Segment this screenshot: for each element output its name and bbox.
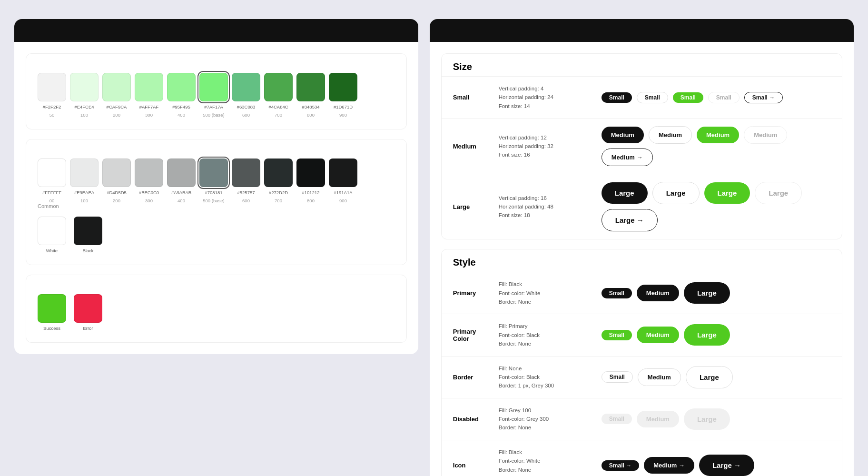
style-btn-0-1[interactable]: Medium: [637, 285, 679, 301]
color-hex: #A9ABAB: [171, 190, 191, 195]
style-row-label: Primary: [453, 289, 491, 297]
color-hex: #101212: [302, 190, 320, 195]
style-btn-3-0[interactable]: Small: [602, 414, 632, 424]
size-btn-1-4[interactable]: Medium →: [602, 149, 653, 166]
color-hex: #708181: [205, 190, 223, 195]
style-btn-3-2[interactable]: Large: [684, 408, 730, 430]
common-swatch-item: White: [38, 217, 66, 253]
style-desc-text: Border: None: [499, 466, 594, 474]
color-swatch: [329, 159, 357, 187]
style-desc-text: Font-color: Black: [499, 373, 594, 381]
common-color-swatch: [74, 217, 102, 245]
size-btn-1-0[interactable]: Medium: [602, 127, 644, 143]
common-swatches: White Black: [38, 217, 395, 253]
color-num: 500 (base): [203, 198, 224, 203]
color-swatch: [232, 159, 260, 187]
neutral-swatch-item: #FFFFFF 00: [38, 159, 66, 203]
style-rows: Primary Fill: BlackFont-color: WhiteBord…: [442, 272, 842, 476]
size-row-desc: Vertical padding: 16Horizontal padding: …: [499, 194, 594, 220]
style-desc-text: Font-color: White: [499, 456, 594, 465]
common-label: White: [46, 248, 58, 253]
neutral-swatch-item: #BEC0C0 300: [135, 159, 163, 203]
size-row-desc: Vertical padding: 4Horizontal padding: 2…: [499, 84, 594, 110]
style-btn-2-2[interactable]: Large: [686, 366, 733, 388]
color-swatch: [70, 159, 99, 187]
size-btn-0-0[interactable]: Small: [602, 92, 632, 103]
brand-swatch-item: #AFF7AF 300: [135, 73, 163, 118]
size-btn-1-3[interactable]: Medium: [744, 126, 787, 144]
color-num: 500 (base): [203, 112, 224, 118]
buttons-header: [430, 19, 854, 42]
brand-swatch-item: #E4FCE4 100: [70, 73, 99, 118]
color-hex: #525757: [237, 190, 255, 195]
style-desc-text: Border: None: [499, 339, 594, 348]
size-btn-2-0[interactable]: Large: [602, 182, 648, 204]
color-swatch: [135, 73, 163, 101]
neutral-swatch-item: #A9ABAB 400: [167, 159, 196, 203]
size-btn-0-4[interactable]: Small →: [744, 92, 783, 103]
size-btn-2-4[interactable]: Large →: [602, 209, 658, 231]
size-desc-text: Horizontal padding: 24: [499, 93, 594, 101]
neutral-swatch-item: #525757 600: [232, 159, 260, 203]
common-label: Common: [38, 203, 395, 209]
style-row-desc: Fill: BlackFont-color: WhiteBorder: None: [499, 280, 594, 306]
style-btn-4-0[interactable]: Small →: [602, 460, 639, 471]
size-btn-2-2[interactable]: Large: [704, 182, 750, 204]
color-num: 600: [242, 198, 250, 203]
color-num: 600: [242, 112, 250, 118]
style-row-desc: Fill: Grey 100Font-color: Grey 300Border…: [499, 406, 594, 432]
color-hex: #4CA84C: [268, 104, 288, 109]
colors-panel: #F2F2F2 50 #E4FCE4 100 #CAF9CA 200 #AFF7…: [14, 19, 418, 354]
color-hex: #1D671D: [334, 104, 353, 109]
size-desc-text: Vertical padding: 12: [499, 133, 594, 142]
status-color-swatch: [74, 294, 102, 323]
color-num: 100: [80, 112, 88, 118]
buttons-panel: Size Small Vertical padding: 4Horizontal…: [430, 19, 854, 476]
size-btn-0-3[interactable]: Small: [708, 92, 740, 103]
style-btn-1-2[interactable]: Large: [684, 324, 730, 346]
size-btn-2-1[interactable]: Large: [652, 182, 700, 204]
style-row: Disabled Fill: Grey 100Font-color: Grey …: [442, 398, 842, 440]
color-swatch: [199, 159, 228, 187]
color-swatch: [167, 159, 196, 187]
size-btn-examples: SmallSmallSmallSmallSmall →: [602, 92, 783, 103]
size-btn-examples: MediumMediumMediumMediumMedium →: [602, 126, 830, 166]
size-row-label: Medium: [453, 143, 491, 150]
color-num: 700: [275, 198, 282, 203]
size-btn-1-1[interactable]: Medium: [649, 126, 692, 144]
size-btn-2-3[interactable]: Large: [755, 182, 802, 204]
style-btn-3-1[interactable]: Medium: [637, 411, 679, 427]
color-swatch: [264, 159, 293, 187]
common-swatch-item: Black: [74, 217, 102, 253]
neutral-swatch-item: #101212 800: [296, 159, 325, 203]
style-btn-2-0[interactable]: Small: [602, 371, 633, 383]
color-num: 200: [113, 198, 120, 203]
size-btn-1-2[interactable]: Medium: [697, 127, 739, 143]
style-row-label: Primary Color: [453, 328, 491, 342]
style-btn-1-1[interactable]: Medium: [637, 327, 679, 343]
size-desc-text: Horizontal padding: 48: [499, 202, 594, 211]
size-btn-0-2[interactable]: Small: [673, 92, 703, 103]
color-hex: #95F495: [172, 104, 190, 109]
color-hex: #272D2D: [269, 190, 288, 195]
style-btn-1-0[interactable]: Small: [602, 330, 632, 340]
style-btn-0-0[interactable]: Small: [602, 288, 632, 298]
color-num: 800: [307, 112, 315, 118]
neutral-section: #FFFFFF 00 #E9EAEA 100 #D4D5D5 200 #BEC0…: [26, 139, 407, 265]
color-swatch: [38, 159, 66, 187]
status-swatches: Success Error: [38, 294, 395, 331]
brand-swatch-item: #348534 800: [296, 73, 325, 118]
color-swatch: [199, 73, 228, 101]
style-row-desc: Fill: PrimaryFont-color: BlackBorder: No…: [499, 322, 594, 348]
style-desc-text: Fill: None: [499, 364, 594, 373]
style-btn-examples: SmallMediumLarge: [602, 408, 730, 430]
style-desc-text: Border: None: [499, 298, 594, 306]
style-btn-4-1[interactable]: Medium →: [644, 457, 694, 474]
style-desc-text: Border: None: [499, 423, 594, 432]
style-btn-4-2[interactable]: Large →: [699, 455, 754, 476]
style-btn-0-2[interactable]: Large: [684, 282, 730, 304]
style-btn-2-1[interactable]: Medium: [638, 368, 681, 386]
size-btn-0-1[interactable]: Small: [637, 92, 668, 103]
color-num: 200: [113, 112, 120, 118]
brand-swatch-item: #63C083 600: [232, 73, 260, 118]
